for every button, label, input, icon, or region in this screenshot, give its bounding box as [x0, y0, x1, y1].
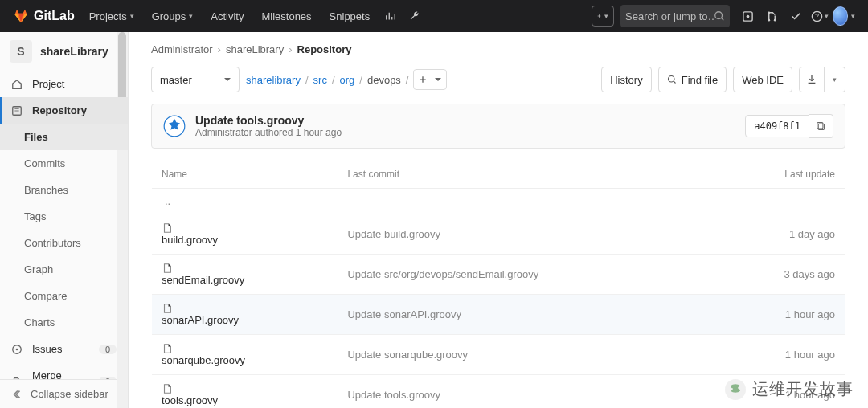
path-segment[interactable]: org [340, 74, 355, 86]
breadcrumb-item-current: Repository [297, 43, 352, 55]
project-name: shareLibrary [40, 45, 108, 58]
nav-groups[interactable]: Groups▾ [144, 6, 202, 27]
table-row[interactable]: sonarqube.groovyUpdate sonarqube.groovy1… [152, 335, 845, 375]
project-avatar: S [10, 40, 32, 63]
file-commit-cell[interactable]: Update build.groovy [338, 214, 717, 255]
commit-info: Update tools.groovy Administrator author… [195, 114, 342, 138]
last-commit-card: Update tools.groovy Administrator author… [151, 104, 845, 149]
nav-projects[interactable]: Projects▾ [81, 6, 142, 27]
file-commit-cell[interactable]: Update sonarAPI.groovy [338, 295, 717, 335]
branch-selector[interactable]: master [151, 67, 240, 92]
sidebar-subitem-branches[interactable]: Branches [0, 177, 128, 203]
copy-icon [816, 121, 826, 132]
svg-point-4 [773, 18, 776, 21]
file-time-cell: 3 days ago [718, 255, 845, 295]
search-input[interactable] [625, 10, 714, 22]
file-name-cell[interactable]: sonarAPI.groovy [152, 295, 338, 335]
repo-icon [11, 105, 23, 116]
gitlab-logo-icon [13, 8, 29, 24]
svg-point-2 [746, 14, 749, 18]
merge-requests-shortcut-icon[interactable] [760, 5, 783, 27]
path-segment[interactable]: sharelibrary [246, 74, 301, 86]
sidebar-item-repository[interactable]: Repository [0, 97, 128, 124]
new-menu-button[interactable]: ▾ [592, 6, 614, 27]
file-time-cell: 1 day ago [718, 214, 845, 255]
sidebar: S shareLibrary Project Repository FilesC… [0, 32, 129, 408]
add-file-button[interactable] [413, 69, 447, 90]
breadcrumb: Administrator › shareLibrary › Repositor… [151, 42, 845, 67]
sidebar-subitem-tags[interactable]: Tags [0, 203, 128, 230]
sidebar-item-issues[interactable]: Issues 0 [0, 336, 128, 362]
watermark-icon [725, 379, 746, 400]
brand[interactable]: GitLab [13, 8, 75, 24]
sidebar-item-project[interactable]: Project [0, 71, 128, 97]
sidebar-subitem-graph[interactable]: Graph [0, 256, 128, 283]
find-file-button[interactable]: Find file [658, 67, 727, 92]
issues-shortcut-icon[interactable] [736, 5, 759, 27]
table-row[interactable]: sendEmail.groovyUpdate src/org/devops/se… [152, 255, 845, 295]
file-icon [162, 343, 173, 354]
sidebar-subitem-charts[interactable]: Charts [0, 309, 128, 336]
nav-activity[interactable]: Activity [203, 6, 252, 27]
download-icon [806, 74, 817, 85]
commit-sha[interactable]: a409f8f1 [745, 115, 809, 137]
file-name-cell[interactable]: sonarqube.groovy [152, 335, 338, 375]
copy-sha-button[interactable] [809, 114, 833, 138]
commit-sha-group: a409f8f1 [745, 114, 833, 138]
search-icon [667, 75, 677, 84]
search-icon [714, 10, 725, 22]
home-icon [11, 79, 23, 90]
sidebar-subitem-files[interactable]: Files [0, 124, 128, 150]
file-icon [162, 383, 173, 394]
file-commit-cell[interactable]: Update sonarqube.groovy [338, 335, 717, 375]
nav-milestones[interactable]: Milestones [253, 6, 319, 27]
svg-point-0 [715, 12, 723, 19]
issues-count-badge: 0 [99, 345, 117, 354]
file-name-cell[interactable]: build.groovy [152, 214, 338, 255]
topnav-left: GitLab Projects▾ Groups▾ Activity Milest… [13, 5, 426, 27]
sidebar-subitem-commits[interactable]: Commits [0, 150, 128, 177]
svg-point-12 [668, 76, 674, 83]
file-commit-cell[interactable]: Update src/org/devops/sendEmail.groovy [338, 255, 717, 295]
top-navbar: GitLab Projects▾ Groups▾ Activity Milest… [0, 0, 868, 32]
file-icon [162, 222, 173, 234]
history-button[interactable]: History [601, 67, 651, 92]
file-name-cell[interactable]: tools.groovy [152, 375, 338, 409]
project-header[interactable]: S shareLibrary [0, 32, 128, 71]
table-row[interactable]: sonarAPI.groovyUpdate sonarAPI.groovy1 h… [152, 295, 845, 335]
nav-snippets[interactable]: Snippets [321, 6, 379, 27]
download-dropdown[interactable]: ▾ [825, 67, 845, 92]
file-commit-cell[interactable]: Update tools.groovy [338, 375, 717, 409]
sidebar-subitem-compare[interactable]: Compare [0, 283, 128, 309]
sidebar-subitem-contributors[interactable]: Contributors [0, 230, 128, 256]
table-row[interactable]: build.groovyUpdate build.groovy1 day ago [152, 214, 845, 255]
file-name-cell[interactable]: sendEmail.groovy [152, 255, 338, 295]
watermark: 运维开发故事 [725, 378, 854, 400]
file-time-cell: 1 hour ago [718, 335, 845, 375]
todos-shortcut-icon[interactable] [784, 5, 807, 27]
commit-title[interactable]: Update tools.groovy [195, 114, 342, 127]
parent-directory-row[interactable]: .. [152, 189, 845, 214]
nav-wrench-icon[interactable] [403, 5, 426, 27]
sidebar-item-merge-requests[interactable]: Merge Requests 0 [0, 362, 128, 379]
nav-analytics-icon[interactable] [379, 5, 402, 27]
web-ide-button[interactable]: Web IDE [733, 67, 792, 92]
help-menu-icon[interactable]: ?▾ [809, 5, 831, 27]
breadcrumb-item[interactable]: shareLibrary [226, 43, 284, 55]
path-segment[interactable]: src [313, 74, 327, 86]
path-breadcrumb: sharelibrary/ src/ org/ devops/ [246, 69, 447, 90]
download-button-group: ▾ [799, 67, 845, 92]
file-icon [162, 303, 173, 314]
sidebar-item-label: Issues [32, 343, 63, 355]
download-button[interactable] [799, 67, 825, 92]
svg-point-3 [768, 18, 770, 21]
svg-point-10 [16, 348, 18, 350]
collapse-sidebar[interactable]: Collapse sidebar [0, 379, 128, 408]
repo-toolbar: master sharelibrary/ src/ org/ devops/ H… [151, 67, 845, 104]
breadcrumb-item[interactable]: Administrator [151, 43, 213, 55]
watermark-text: 运维开发故事 [752, 378, 854, 400]
search-box[interactable] [620, 5, 730, 27]
user-menu[interactable]: ▾ [833, 5, 855, 27]
sidebar-item-label: Merge Requests [32, 369, 89, 379]
mr-count-badge: 0 [99, 377, 117, 379]
